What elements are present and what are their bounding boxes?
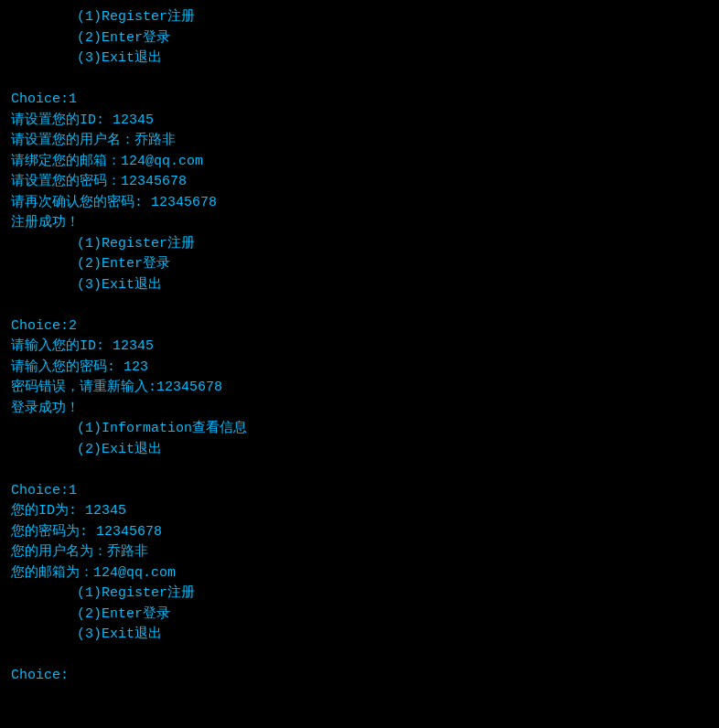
menu2-line-1: (1)Register注册 bbox=[11, 234, 708, 255]
choice-1-input: Choice:1 bbox=[11, 90, 708, 111]
set-id: 请设置您的ID: 12345 bbox=[11, 111, 708, 132]
menu-line-3: (3)Exit退出 bbox=[11, 48, 708, 70]
empty-line-1 bbox=[11, 70, 708, 91]
login-success: 登录成功！ bbox=[11, 399, 708, 420]
confirm-password: 请再次确认您的密码: 12345678 bbox=[11, 193, 708, 214]
enter-id: 请输入您的ID: 12345 bbox=[11, 337, 708, 358]
info-menu-2: (2)Exit退出 bbox=[11, 440, 708, 461]
set-email: 请绑定您的邮箱：124@qq.com bbox=[11, 152, 708, 173]
menu3-line-3: (3)Exit退出 bbox=[11, 625, 708, 646]
menu-line-1: (1)Register注册 bbox=[11, 7, 708, 28]
show-password: 您的密码为: 12345678 bbox=[11, 522, 708, 543]
menu3-line-1: (1)Register注册 bbox=[11, 583, 708, 605]
set-password: 请设置您的密码：12345678 bbox=[11, 172, 708, 193]
empty-line-3 bbox=[11, 460, 708, 481]
show-username: 您的用户名为：乔路非 bbox=[11, 542, 708, 563]
info-menu-1: (1)Information查看信息 bbox=[11, 419, 708, 440]
show-email: 您的邮箱为：124@qq.com bbox=[11, 563, 708, 584]
terminal-output: (1)Register注册 (2)Enter登录 (3)Exit退出 Choic… bbox=[11, 7, 708, 687]
empty-line-2 bbox=[11, 295, 708, 316]
final-choice-prompt: Choice: bbox=[11, 666, 708, 687]
menu2-line-3: (3)Exit退出 bbox=[11, 275, 708, 296]
menu2-line-2: (2)Enter登录 bbox=[11, 254, 708, 275]
set-username: 请设置您的用户名：乔路非 bbox=[11, 131, 708, 152]
show-id: 您的ID为: 12345 bbox=[11, 501, 708, 522]
choice-3-input: Choice:1 bbox=[11, 481, 708, 502]
choice-2-input: Choice:2 bbox=[11, 316, 708, 337]
empty-line-4 bbox=[11, 646, 708, 667]
enter-password: 请输入您的密码: 123 bbox=[11, 358, 708, 379]
password-error: 密码错误，请重新输入:12345678 bbox=[11, 378, 708, 399]
register-success: 注册成功！ bbox=[11, 213, 708, 234]
menu3-line-2: (2)Enter登录 bbox=[11, 605, 708, 626]
menu-line-2: (2)Enter登录 bbox=[11, 28, 708, 49]
